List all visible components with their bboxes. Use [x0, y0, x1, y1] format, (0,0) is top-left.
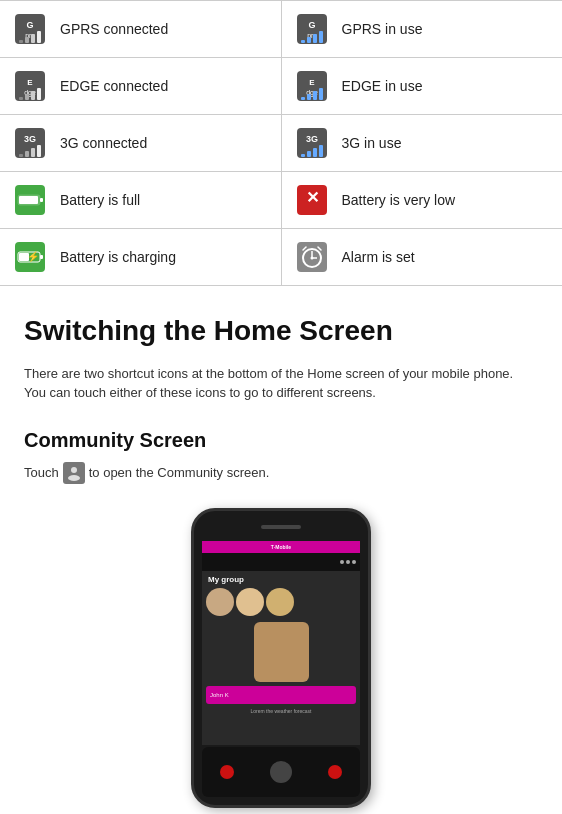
- svg-text:⚡: ⚡: [27, 250, 40, 263]
- svg-rect-39: [319, 145, 323, 157]
- 3g-connected-icon: 3G: [12, 125, 48, 161]
- phone-sub-text: Lorem the weather forecast: [202, 706, 360, 716]
- edge-in-use-label: EDGE in use: [342, 78, 423, 94]
- alarm-set-label: Alarm is set: [342, 249, 415, 265]
- battery-very-low-icon: ✕: [294, 182, 330, 218]
- table-row: ⚡ Battery is charging Alarm is set: [0, 229, 562, 286]
- phone-speaker: [261, 525, 301, 529]
- section-body: There are two shortcut icons at the bott…: [0, 358, 562, 423]
- svg-rect-25: [307, 94, 311, 100]
- tmobile-label: T·Mobile: [271, 544, 291, 550]
- svg-rect-20: [37, 88, 41, 100]
- 3g-in-use-label: 3G in use: [342, 135, 402, 151]
- face-3: [266, 588, 294, 616]
- svg-rect-42: [19, 196, 38, 204]
- table-cell-edge-in-use: E dge EDGE in use: [282, 58, 563, 114]
- svg-rect-32: [31, 148, 35, 157]
- battery-charging-icon: ⚡: [12, 239, 48, 275]
- svg-rect-13: [319, 31, 323, 43]
- svg-rect-38: [313, 148, 317, 157]
- 3g-connected-label: 3G connected: [60, 135, 147, 151]
- phone-mockup: T·Mobile My group John K Lorem the w: [191, 508, 371, 808]
- table-cell-3g-connected: 3G 3G connected: [0, 115, 282, 171]
- svg-rect-5: [31, 34, 35, 43]
- edge-connected-icon: E dge: [12, 68, 48, 104]
- svg-rect-27: [319, 88, 323, 100]
- face-1: [206, 588, 234, 616]
- community-body-suffix: to open the Community screen.: [89, 463, 270, 483]
- svg-text:3G: 3G: [305, 134, 317, 144]
- community-body: Touch to open the Community screen.: [0, 458, 562, 498]
- table-cell-edge-connected: E dge EDGE connected: [0, 58, 282, 114]
- table-cell-3g-in-use: 3G 3G in use: [282, 115, 563, 171]
- svg-rect-33: [37, 145, 41, 157]
- svg-rect-3: [19, 40, 23, 43]
- battery-charging-label: Battery is charging: [60, 249, 176, 265]
- svg-rect-4: [25, 37, 29, 43]
- svg-text:G: G: [26, 20, 33, 30]
- community-body-prefix: Touch: [24, 463, 59, 483]
- alarm-icon: [294, 239, 330, 275]
- table-row: E dge EDGE connected E dge: [0, 58, 562, 115]
- table-cell-gprs-connected: G prs GPRS connected: [0, 1, 282, 57]
- phone-main-face: [254, 622, 309, 682]
- svg-text:3G: 3G: [24, 134, 36, 144]
- phone-name-bar: John K: [206, 686, 356, 704]
- table-cell-battery-very-low: ✕ Battery is very low: [282, 172, 563, 228]
- svg-point-59: [68, 475, 80, 481]
- table-cell-alarm: Alarm is set: [282, 229, 563, 285]
- battery-full-icon: [12, 182, 48, 218]
- phone-btn-right: [328, 765, 342, 779]
- table-cell-battery-full: Battery is full: [0, 172, 282, 228]
- battery-full-label: Battery is full: [60, 192, 140, 208]
- svg-rect-6: [37, 31, 41, 43]
- svg-rect-26: [313, 91, 317, 100]
- gprs-connected-label: GPRS connected: [60, 21, 168, 37]
- svg-rect-12: [313, 34, 317, 43]
- svg-rect-24: [301, 97, 305, 100]
- phone-container: T·Mobile My group John K Lorem the w: [0, 498, 562, 814]
- community-inline-icon: [63, 462, 85, 484]
- svg-rect-10: [301, 40, 305, 43]
- svg-text:E: E: [309, 78, 315, 87]
- svg-text:E: E: [27, 78, 33, 87]
- phone-screen: T·Mobile My group John K Lorem the w: [202, 541, 360, 745]
- gprs-in-use-label: GPRS in use: [342, 21, 423, 37]
- edge-connected-label: EDGE connected: [60, 78, 168, 94]
- svg-rect-18: [25, 94, 29, 100]
- svg-rect-11: [307, 37, 311, 43]
- table-cell-gprs-in-use: G prs GPRS in use: [282, 1, 563, 57]
- svg-rect-31: [25, 151, 29, 157]
- switching-section: Switching the Home Screen There are two …: [0, 286, 562, 814]
- svg-rect-49: [40, 255, 43, 259]
- phone-btn-left: [220, 765, 234, 779]
- battery-very-low-label: Battery is very low: [342, 192, 456, 208]
- phone-status-bar: [202, 553, 360, 571]
- gprs-connected-icon: G prs: [12, 11, 48, 47]
- svg-rect-36: [301, 154, 305, 157]
- table-row: Battery is full ✕ Battery is very low: [0, 172, 562, 229]
- table-cell-battery-charging: ⚡ Battery is charging: [0, 229, 282, 285]
- phone-bottom-bar: [202, 747, 360, 797]
- svg-rect-17: [19, 97, 23, 100]
- table-row: 3G 3G connected 3G 3G: [0, 115, 562, 172]
- 3g-in-use-icon: 3G: [294, 125, 330, 161]
- phone-nav-btn: [270, 761, 292, 783]
- table-section: G prs GPRS connected G prs: [0, 0, 562, 286]
- svg-text:G: G: [308, 20, 315, 30]
- svg-rect-19: [31, 91, 35, 100]
- community-subtitle: Community Screen: [0, 423, 562, 458]
- svg-point-58: [71, 467, 77, 473]
- tmobile-bar: T·Mobile: [202, 541, 360, 553]
- svg-text:✕: ✕: [305, 189, 318, 206]
- phone-faces-row: [202, 586, 360, 618]
- svg-rect-37: [307, 151, 311, 157]
- svg-rect-43: [40, 198, 43, 202]
- edge-in-use-icon: E dge: [294, 68, 330, 104]
- table-row: G prs GPRS connected G prs: [0, 1, 562, 58]
- phone-screen-title: My group: [202, 571, 360, 586]
- section-title: Switching the Home Screen: [0, 286, 562, 358]
- face-2: [236, 588, 264, 616]
- gprs-in-use-icon: G prs: [294, 11, 330, 47]
- svg-rect-30: [19, 154, 23, 157]
